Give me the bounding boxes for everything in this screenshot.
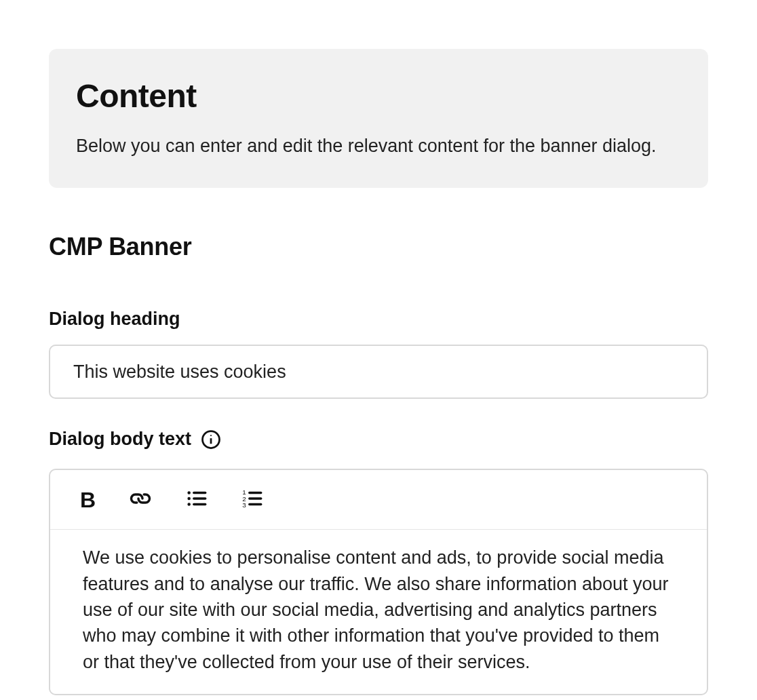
editor-toolbar: B [50,470,707,530]
intro-title: Content [76,77,681,115]
section-title: CMP Banner [49,233,708,261]
bullet-list-button[interactable] [185,487,208,512]
intro-panel: Content Below you can enter and edit the… [49,49,708,188]
svg-point-3 [188,492,191,495]
dialog-body-textarea[interactable]: We use cookies to personalise content an… [50,530,707,694]
svg-point-4 [188,497,191,501]
svg-text:3: 3 [242,501,246,509]
dialog-body-editor: B [49,469,708,695]
bold-button[interactable]: B [80,489,96,511]
svg-point-5 [188,503,191,507]
numbered-list-icon: 1 2 3 [241,487,264,512]
intro-description: Below you can enter and edit the relevan… [76,134,681,158]
dialog-body-label: Dialog body text [49,429,708,450]
dialog-heading-label-text: Dialog heading [49,309,180,330]
bullet-list-icon [185,487,208,512]
dialog-heading-label: Dialog heading [49,309,708,330]
info-icon[interactable] [201,429,221,450]
svg-point-2 [210,435,212,436]
numbered-list-button[interactable]: 1 2 3 [241,487,264,512]
content-card: Content Below you can enter and edit the… [0,49,757,700]
dialog-heading-input[interactable] [49,345,708,399]
link-icon [128,486,153,513]
dialog-body-label-text: Dialog body text [49,429,191,450]
bold-icon: B [80,489,96,511]
link-button[interactable] [128,486,153,513]
